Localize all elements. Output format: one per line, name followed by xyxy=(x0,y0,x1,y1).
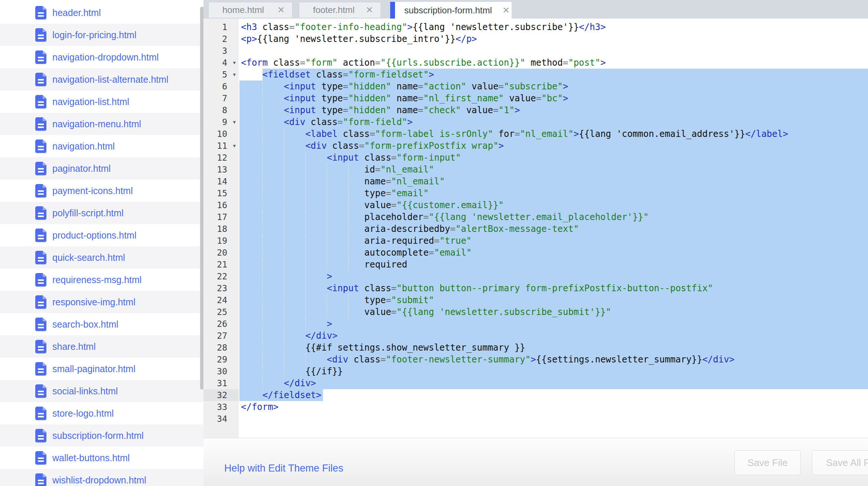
sidebar-item[interactable]: social-links.html xyxy=(0,380,203,402)
sidebar-item[interactable]: navigation-menu.html xyxy=(0,113,203,135)
equals-token: = xyxy=(515,129,520,139)
sidebar-item[interactable]: login-for-pricing.html xyxy=(0,24,203,46)
equals-token: = xyxy=(493,105,498,115)
tab-label: home.html xyxy=(222,5,264,15)
code-line: required xyxy=(239,259,868,270)
sidebar-item[interactable]: wallet-buttons.html xyxy=(0,447,203,469)
file-icon xyxy=(35,251,46,265)
sidebar-item[interactable]: paginator.html xyxy=(0,157,203,180)
equals-token: = xyxy=(391,283,397,293)
fold-arrow-icon[interactable]: ▾ xyxy=(233,57,236,69)
code-line: <input type="hidden" name="check" value=… xyxy=(239,104,868,116)
tab-subscription-form.html[interactable]: subscription-form.html✕ xyxy=(390,2,512,19)
sidebar-item[interactable]: small-paginator.html xyxy=(0,358,203,380)
tag-token: </div> xyxy=(305,331,337,341)
save-all-files-button[interactable]: Save All Files xyxy=(812,450,868,475)
close-icon[interactable]: ✕ xyxy=(277,5,285,15)
sidebar-item[interactable]: polyfill-script.html xyxy=(0,202,203,224)
sidebar-item[interactable]: payment-icons.html xyxy=(0,180,203,202)
fold-arrow-icon[interactable]: ▾ xyxy=(233,116,236,128)
line-number: 8 xyxy=(203,104,239,116)
sidebar-item[interactable]: wishlist-dropdown.html xyxy=(0,469,203,486)
equals-token: = xyxy=(386,295,391,305)
text-token: class xyxy=(348,354,381,365)
file-icon xyxy=(35,407,46,420)
file-icon xyxy=(35,95,46,109)
equals-token: = xyxy=(386,176,391,187)
fold-arrow-icon[interactable]: ▾ xyxy=(233,69,236,81)
file-name: wishlist-dropdown.html xyxy=(52,475,146,486)
tag-token: </fieldset> xyxy=(262,390,322,400)
sidebar-item[interactable]: navigation-dropdown.html xyxy=(0,46,203,68)
equals-token: = xyxy=(418,93,423,104)
code-line: <input type="hidden" name="nl_first_name… xyxy=(239,92,868,104)
tag-token: > xyxy=(531,354,536,365)
tab-home.html[interactable]: home.html✕ xyxy=(208,2,293,18)
close-icon[interactable]: ✕ xyxy=(502,5,510,16)
code-line: <fieldset class="form-fieldset"> xyxy=(239,69,868,81)
sidebar-item[interactable]: header.html xyxy=(0,1,203,24)
line-number: 33 xyxy=(203,401,239,413)
text-token: class xyxy=(359,152,391,163)
code-line: type="submit" xyxy=(239,294,868,306)
file-icon xyxy=(35,273,46,287)
sidebar-item[interactable]: search-box.html xyxy=(0,313,203,335)
text-token: class xyxy=(268,58,300,68)
line-number: 25 xyxy=(203,306,239,318)
sidebar-item[interactable]: responsive-img.html xyxy=(0,291,203,313)
text-token: autocomplete xyxy=(241,247,429,258)
line-number: 1 xyxy=(203,21,239,33)
file-name: requireness-msg.html xyxy=(52,275,141,285)
tab-footer.html[interactable]: footer.html✕ xyxy=(299,2,381,18)
file-name: search-box.html xyxy=(52,319,118,330)
code-text: </form> xyxy=(241,401,278,413)
text-token: action xyxy=(337,58,375,68)
text-token: value xyxy=(466,81,499,92)
sidebar-scrollbar-thumb[interactable] xyxy=(200,7,203,390)
sidebar-item[interactable]: product-options.html xyxy=(0,224,203,246)
line-numbers: 1234▾5▾6789▾1011▾12131415161718192021222… xyxy=(203,21,239,425)
file-name: login-for-pricing.html xyxy=(52,30,136,40)
sidebar-item[interactable]: navigation-list-alternate.html xyxy=(0,68,203,91)
string-token: "bc" xyxy=(541,93,563,104)
file-name: navigation-list.html xyxy=(52,96,129,107)
line-number: 22 xyxy=(203,270,239,282)
sidebar-item[interactable]: navigation-list.html xyxy=(0,91,203,113)
text-token: name xyxy=(241,176,386,187)
close-icon[interactable]: ✕ xyxy=(366,5,373,15)
save-file-button[interactable]: Save File xyxy=(734,450,801,475)
text-token: class xyxy=(327,141,359,151)
code-text: aria-describedby="alertBox-message-text" xyxy=(241,223,579,235)
code-text: <input class="form-input" xyxy=(241,152,461,164)
string-token: "{{urls.subscribe.action}}" xyxy=(381,58,525,68)
tag-token: <input xyxy=(284,93,316,104)
string-token: "form-field" xyxy=(343,117,407,127)
fold-arrow-icon[interactable]: ▾ xyxy=(233,140,236,152)
code-area[interactable]: <h3 class="footer-info-heading">{{lang '… xyxy=(239,19,868,438)
string-token: "nl_first_name" xyxy=(423,93,504,104)
sidebar-item[interactable]: requireness-msg.html xyxy=(0,269,203,291)
code-text: > xyxy=(241,270,332,282)
string-token: "alertBox-message-text" xyxy=(456,224,579,234)
text-token: {{settings.newsletter_summary}} xyxy=(536,354,702,365)
code-line xyxy=(239,45,868,57)
sidebar-item[interactable]: store-logo.html xyxy=(0,402,203,424)
tag-token: </label> xyxy=(745,129,788,139)
tab-label: footer.html xyxy=(313,5,355,15)
text-token xyxy=(241,93,284,104)
string-token: "nl_email" xyxy=(381,164,434,175)
sidebar-item[interactable]: share.html xyxy=(0,335,203,358)
text-token: value xyxy=(241,307,391,317)
sidebar-item[interactable]: subscription-form.html xyxy=(0,424,203,447)
code-line xyxy=(239,413,868,425)
code-line: <input type="hidden" name="action" value… xyxy=(239,81,868,92)
file-name: navigation-menu.html xyxy=(52,119,141,129)
text-token: class xyxy=(311,69,343,80)
sidebar-item[interactable]: navigation.html xyxy=(0,135,203,157)
code-line: aria-describedby="alertBox-message-text" xyxy=(239,223,868,235)
selection-highlight xyxy=(239,377,868,389)
sidebar-item[interactable]: quick-search.html xyxy=(0,246,203,269)
help-link[interactable]: Help with Edit Theme Files xyxy=(224,463,343,474)
text-token xyxy=(241,152,327,163)
code-line: autocomplete="email" xyxy=(239,247,868,259)
